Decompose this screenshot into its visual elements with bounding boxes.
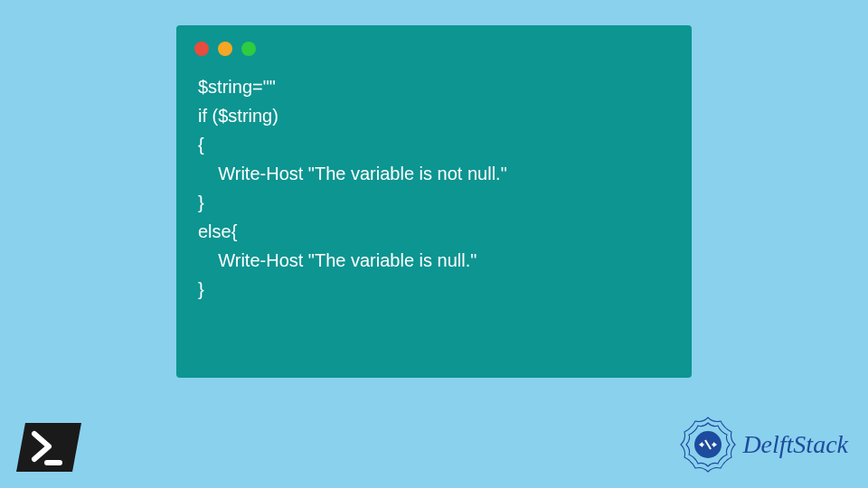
code-window: $string="" if ($string) { Write-Host "Th… bbox=[176, 25, 692, 378]
delftstack-logo: DelftStack bbox=[677, 414, 848, 475]
powershell-icon bbox=[16, 421, 81, 474]
window-controls bbox=[194, 42, 674, 56]
window-maximize-dot bbox=[241, 42, 256, 56]
code-block: $string="" if ($string) { Write-Host "Th… bbox=[194, 72, 674, 304]
delftstack-badge-icon bbox=[677, 414, 739, 475]
delftstack-logo-text: DelftStack bbox=[742, 430, 848, 459]
window-close-dot bbox=[194, 42, 209, 56]
window-minimize-dot bbox=[218, 42, 232, 56]
